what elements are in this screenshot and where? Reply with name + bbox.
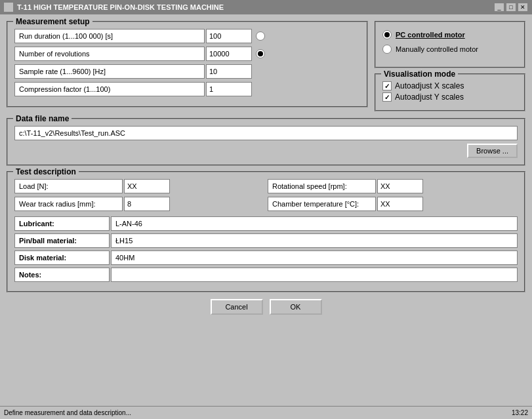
- status-text: Define measurement and data description.…: [4, 409, 131, 416]
- run-duration-label: Run duration (1...100 000) [s]: [14, 29, 205, 43]
- revolutions-row: Number of revolutions: [14, 47, 360, 61]
- revolutions-radio-circle: [256, 49, 265, 58]
- pc-motor-option[interactable]: PC controlled motor: [382, 30, 518, 39]
- notes-input[interactable]: [111, 268, 518, 282]
- sample-rate-label: Sample rate (1...9600) [Hz]: [14, 64, 205, 79]
- data-file-title: Data file name: [13, 114, 72, 123]
- close-button[interactable]: ✕: [518, 3, 528, 12]
- browse-button[interactable]: Browse ...: [467, 144, 518, 158]
- measurement-setup-group: Measurement setup Run duration (1...100 …: [7, 21, 368, 108]
- run-duration-radio-circle: [256, 31, 265, 41]
- manual-motor-option[interactable]: Manually controlled motor: [382, 45, 518, 54]
- run-duration-radio[interactable]: [255, 30, 266, 42]
- bottom-buttons: Cancel OK: [7, 299, 525, 315]
- visualisation-group: Visualisation mode ✓ Autoadjust X scales…: [375, 73, 525, 111]
- compression-row: Compression factor (1...100): [14, 82, 360, 96]
- test-description-title: Test description: [13, 167, 79, 176]
- autoadjust-y-checkbox[interactable]: ✓: [382, 92, 392, 102]
- motor-group: PC controlled motor Manually controlled …: [375, 21, 525, 68]
- revolutions-label: Number of revolutions: [14, 47, 205, 61]
- test-description-group: Test description Load [N]: Rotational sp…: [7, 171, 525, 292]
- status-bar: Define measurement and data description.…: [0, 406, 532, 419]
- autoadjust-x-row: ✓ Autoadjust X scales: [382, 81, 518, 90]
- chamber-temp-label: Chamber temperature [°C]:: [268, 197, 376, 211]
- minimize-button[interactable]: _: [494, 3, 504, 12]
- wear-track-input[interactable]: [124, 197, 170, 211]
- maximize-button[interactable]: □: [506, 3, 516, 12]
- compression-input[interactable]: [206, 82, 252, 96]
- data-file-group: Data file name Browse ...: [7, 118, 525, 166]
- wear-track-row: Wear track radius [mm]:: [14, 197, 264, 211]
- pc-motor-radio[interactable]: [382, 30, 392, 39]
- rotational-speed-input[interactable]: [377, 179, 423, 193]
- disk-material-input[interactable]: [111, 250, 518, 265]
- compression-label: Compression factor (1...100): [14, 82, 205, 96]
- window-title: T-11 HIGH TEMPERATURE PIN-ON-DISK TESTIN…: [17, 3, 224, 11]
- revolutions-input[interactable]: [206, 47, 252, 61]
- lubricant-row: Lubricant:: [14, 216, 518, 231]
- status-time: 13:22: [512, 409, 528, 416]
- chamber-temp-input[interactable]: [377, 197, 423, 211]
- test-desc-top-grid: Load [N]: Rotational speed [rpm]: Wear t…: [14, 179, 518, 211]
- autoadjust-x-label: Autoadjust X scales: [395, 81, 464, 90]
- pin-ball-row: Pin/ball material:: [14, 233, 518, 248]
- notes-row: Notes:: [14, 268, 518, 282]
- pin-ball-label: Pin/ball material:: [14, 233, 110, 248]
- lubricant-input[interactable]: [111, 216, 518, 231]
- load-row: Load [N]:: [14, 179, 264, 193]
- manual-motor-label: Manually controlled motor: [396, 45, 478, 53]
- measurement-setup-title: Measurement setup: [13, 17, 92, 26]
- app-icon: [4, 3, 13, 12]
- visualisation-title: Visualisation mode: [381, 70, 458, 79]
- run-duration-row: Run duration (1...100 000) [s]: [14, 29, 360, 43]
- ok-button[interactable]: OK: [270, 299, 322, 315]
- window-controls: _ □ ✕: [494, 3, 528, 12]
- cancel-button[interactable]: Cancel: [211, 299, 263, 315]
- autoadjust-x-checkbox[interactable]: ✓: [382, 81, 392, 90]
- pc-motor-label: PC controlled motor: [396, 31, 465, 39]
- chamber-temp-row: Chamber temperature [°C]:: [268, 197, 518, 211]
- pin-ball-input[interactable]: [111, 233, 518, 248]
- rotational-speed-row: Rotational speed [rpm]:: [268, 179, 518, 193]
- load-input[interactable]: [124, 179, 170, 193]
- title-bar: T-11 HIGH TEMPERATURE PIN-ON-DISK TESTIN…: [0, 0, 532, 14]
- sample-rate-input[interactable]: [206, 64, 252, 79]
- manual-motor-radio[interactable]: [382, 45, 392, 54]
- data-file-input[interactable]: [14, 126, 518, 140]
- lubricant-label: Lubricant:: [14, 216, 110, 231]
- revolutions-radio[interactable]: [255, 48, 266, 60]
- main-content: Measurement setup Run duration (1...100 …: [0, 14, 532, 406]
- sample-rate-row: Sample rate (1...9600) [Hz]: [14, 64, 360, 79]
- disk-material-row: Disk material:: [14, 250, 518, 265]
- autoadjust-y-label: Autoadjust Y scales: [395, 92, 464, 102]
- wear-track-label: Wear track radius [mm]:: [14, 197, 123, 211]
- load-label: Load [N]:: [14, 179, 123, 193]
- run-duration-input[interactable]: [206, 29, 252, 43]
- disk-material-label: Disk material:: [14, 250, 110, 265]
- right-panel: PC controlled motor Manually controlled …: [375, 21, 525, 113]
- autoadjust-y-row: ✓ Autoadjust Y scales: [382, 92, 518, 102]
- notes-label: Notes:: [14, 268, 110, 282]
- rotational-speed-label: Rotational speed [rpm]:: [268, 179, 376, 193]
